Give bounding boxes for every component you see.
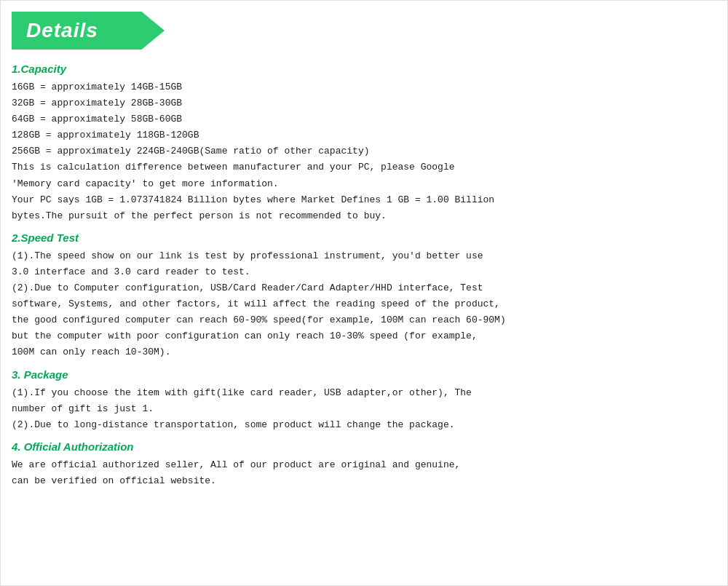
section-para-capacity-3: 128GB = approximately 118GB-120GB bbox=[12, 127, 716, 143]
section-para-speed-test-1: (2).Due to Computer configuration, USB/C… bbox=[12, 280, 716, 360]
section-speed-test: 2.Speed Test(1).The speed show on our li… bbox=[12, 231, 716, 361]
section-para-package-0: (1).If you choose the item with gift(lik… bbox=[12, 385, 716, 417]
section-para-capacity-5: This is calculation difference between m… bbox=[12, 159, 716, 191]
section-para-capacity-6: Your PC says 1GB = 1.073741824 Billion b… bbox=[12, 192, 716, 224]
banner-text: Details bbox=[26, 19, 98, 42]
section-capacity: 1.Capacity16GB = approximately 14GB-15GB… bbox=[12, 63, 716, 224]
section-para-speed-test-0: (1).The speed show on our link is test b… bbox=[12, 248, 716, 280]
details-banner: Details bbox=[12, 12, 165, 50]
section-para-capacity-1: 32GB = approximately 28GB-30GB bbox=[12, 95, 716, 111]
section-para-capacity-0: 16GB = approximately 14GB-15GB bbox=[12, 79, 716, 95]
section-title-package: 3. Package bbox=[12, 368, 716, 381]
section-para-capacity-4: 256GB = approximately 224GB-240GB(Same r… bbox=[12, 143, 716, 159]
sections-container: 1.Capacity16GB = approximately 14GB-15GB… bbox=[12, 63, 716, 489]
section-para-package-1: (2).Due to long-distance transportation,… bbox=[12, 417, 716, 433]
section-package: 3. Package(1).If you choose the item wit… bbox=[12, 368, 716, 433]
section-para-capacity-2: 64GB = approximately 58GB-60GB bbox=[12, 111, 716, 127]
banner-shape: Details bbox=[12, 12, 165, 50]
section-para-official-authorization-0: We are official authorized seller, All o… bbox=[12, 457, 716, 489]
section-title-official-authorization: 4. Official Authorization bbox=[12, 440, 716, 453]
page-container: Details 1.Capacity16GB = approximately 1… bbox=[0, 0, 728, 586]
section-official-authorization: 4. Official AuthorizationWe are official… bbox=[12, 440, 716, 489]
section-title-speed-test: 2.Speed Test bbox=[12, 231, 716, 244]
section-title-capacity: 1.Capacity bbox=[12, 63, 716, 75]
